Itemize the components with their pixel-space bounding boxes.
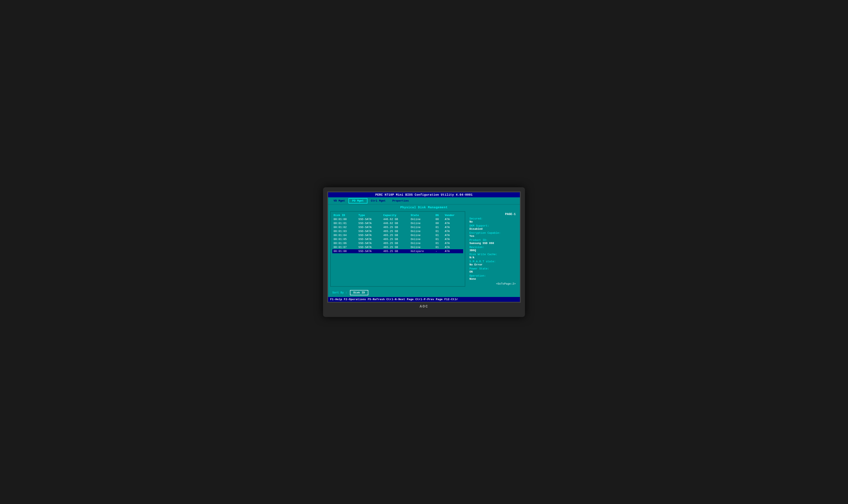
- status-bar: F1-Help F2-Operations F5-Refresh Ctrl-N-…: [328, 297, 520, 302]
- col-dg: DG: [434, 213, 444, 217]
- prop-value: 3B6Q: [470, 249, 516, 252]
- prop-value: No: [470, 220, 516, 223]
- nav-pd-mgmt[interactable]: PD Mgmt: [349, 198, 368, 203]
- col-capacity: Capacity: [382, 213, 409, 217]
- table-row[interactable]: 00:01:04SSD-SATA465.25 GBOnline01ATA: [332, 233, 463, 237]
- sort-value[interactable]: Disk ID: [350, 290, 368, 295]
- table-row[interactable]: 00:01:05SSD-SATA465.25 GBOnline01ATA: [332, 237, 463, 241]
- prop-value: Samsung SSD 860: [470, 242, 516, 245]
- table-row[interactable]: 00:01:02SSD-SATA465.25 GBOnline01ATA: [332, 225, 463, 229]
- nav-vd-mgmt[interactable]: VD Mgmt: [330, 199, 349, 203]
- prop-value: Yes: [470, 235, 516, 238]
- prop-label: Disk Write Cache:: [470, 253, 516, 256]
- table-row[interactable]: 00:01:07SSD-SATA465.25 GBOnline01ATA: [332, 245, 463, 249]
- prop-value: Disabled: [470, 228, 516, 231]
- table-row[interactable]: 00:01:06SSD-SATA465.25 GBOnline01ATA: [332, 241, 463, 245]
- prop-label: Encryption Capable:: [470, 231, 516, 235]
- col-type: Type: [357, 213, 382, 217]
- table-row[interactable]: 00:01:03SSD-SATA465.25 GBOnline01ATA: [332, 229, 463, 233]
- prop-label: Product ID:: [470, 238, 516, 242]
- prop-value: No Error: [470, 263, 516, 266]
- main-content: Disk ID Type Capacity State DG Vendor 00…: [328, 210, 520, 289]
- col-disk-id: Disk ID: [332, 213, 357, 217]
- title-text: PERC H710P Mini BIOS Configuration Utili…: [375, 193, 473, 197]
- bios-container: PERC H710P Mini BIOS Configuration Utili…: [328, 192, 520, 302]
- prop-label: Power State:: [470, 267, 516, 270]
- prop-value: N/A: [470, 256, 516, 259]
- disk-table: Disk ID Type Capacity State DG Vendor 00…: [332, 213, 463, 253]
- prop-label: Revision:: [470, 246, 516, 249]
- prop-label: Secured:: [470, 217, 516, 220]
- title-bar: PERC H710P Mini BIOS Configuration Utili…: [328, 192, 520, 197]
- properties-panel: PAGE-1 Secured:NoDKM Support:DisabledEnc…: [467, 211, 518, 287]
- nav-bar: VD Mgmt PD Mgmt Ctrl Mgmt Properties: [328, 197, 520, 204]
- bottom-section: Sort By : Disk ID: [328, 289, 520, 297]
- monitor-brand: AOC: [327, 304, 521, 308]
- prop-value: None: [470, 277, 516, 281]
- nav-properties[interactable]: Properties: [389, 199, 412, 203]
- prop-value: ON: [470, 270, 516, 273]
- screen: PERC H710P Mini BIOS Configuration Utili…: [327, 192, 521, 303]
- prop-label: DKM Support:: [470, 224, 516, 228]
- prop-label: Operation:: [470, 274, 516, 277]
- table-row[interactable]: 00:01:01SSD-SATA446.62 GBOnline00ATA: [332, 221, 463, 225]
- prop-label: S.M.A.R.T state:: [470, 260, 516, 263]
- sort-label: Sort By :: [332, 291, 347, 294]
- page-label: PAGE-1: [470, 213, 516, 216]
- goto-page[interactable]: <GoToPage:2>: [470, 282, 516, 285]
- col-vendor: Vendor: [444, 213, 463, 217]
- table-row[interactable]: 00:01:08SSD-SATA465.25 GBHotspare-ATA: [332, 249, 463, 253]
- table-row[interactable]: 00:01:00SSD-SATA446.62 GBOnline00ATA: [332, 217, 463, 221]
- disk-table-panel: Disk ID Type Capacity State DG Vendor 00…: [330, 211, 465, 287]
- col-state: State: [409, 213, 434, 217]
- monitor: PERC H710P Mini BIOS Configuration Utili…: [323, 187, 525, 317]
- section-title: Physical Disk Management: [328, 204, 520, 210]
- nav-ctrl-mgmt[interactable]: Ctrl Mgmt: [367, 199, 389, 203]
